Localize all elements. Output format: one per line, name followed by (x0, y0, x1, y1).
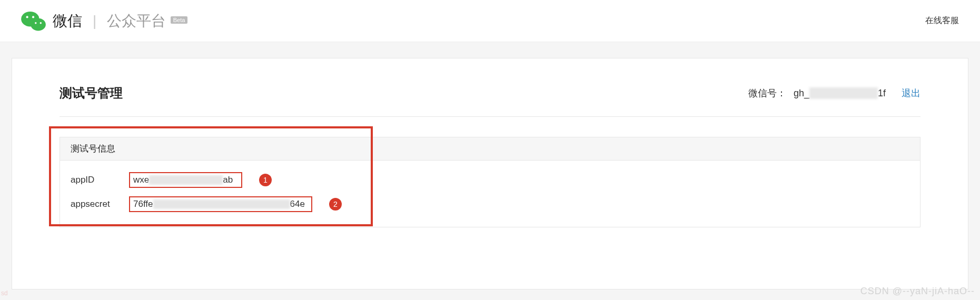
page-top-bar: 测试号管理 微信号： gh_ 1f 退出 (60, 85, 920, 117)
annotation-badge-2: 2 (329, 198, 342, 211)
logo-area: 微信 | 公众平台 Beta (21, 11, 187, 32)
info-key-appsecret: appsecret (71, 199, 121, 209)
svg-point-5 (40, 22, 42, 24)
svg-point-2 (26, 16, 28, 18)
customer-service-link[interactable]: 在线客服 (925, 15, 959, 26)
content-card: 测试号管理 微信号： gh_ 1f 退出 测试号信息 appID wxe ab (12, 58, 968, 289)
info-row-appid: appID wxe ab 1 (71, 168, 909, 192)
logout-link[interactable]: 退出 (902, 87, 920, 99)
wechat-icon (21, 11, 46, 32)
info-section-title: 测试号信息 (60, 137, 920, 161)
svg-point-4 (35, 22, 36, 24)
brand-divider: | (93, 13, 96, 29)
brand-platform-text: 公众平台 (107, 13, 166, 29)
account-id-censored (809, 87, 878, 99)
account-area: 微信号： gh_ 1f 退出 (748, 87, 920, 99)
appsecret-suffix: 64e (290, 199, 305, 209)
side-watermark: sd (1, 289, 8, 297)
account-id: gh_ 1f (794, 87, 886, 99)
account-id-suffix: 1f (878, 88, 886, 99)
info-body: appID wxe ab 1 appsecret 76ffe 64e (60, 161, 920, 227)
info-row-appsecret: appsecret 76ffe 64e 2 (71, 192, 909, 216)
info-panel: 测试号信息 appID wxe ab 1 appsecret 76ffe (60, 137, 920, 227)
appid-censored (149, 175, 223, 185)
top-header: 微信 | 公众平台 Beta 在线客服 (0, 0, 980, 42)
info-box: 测试号信息 appID wxe ab 1 appsecret 76ffe (60, 137, 920, 227)
info-val-appid: wxe ab (129, 172, 242, 188)
appsecret-prefix: 76ffe (133, 199, 153, 209)
info-key-appid: appID (71, 175, 121, 185)
brand-weixin-text: 微信 (53, 11, 82, 31)
info-val-appsecret: 76ffe 64e (129, 196, 312, 212)
beta-badge: Beta (171, 16, 188, 24)
svg-point-1 (31, 18, 46, 31)
account-label: 微信号： (748, 87, 786, 99)
svg-point-3 (32, 16, 34, 18)
page-title: 测试号管理 (60, 85, 123, 102)
account-id-prefix: gh_ (794, 88, 809, 99)
appid-suffix: ab (223, 175, 233, 185)
appid-prefix: wxe (133, 175, 149, 185)
brand-platform-wrap: 公众平台 Beta (107, 11, 187, 31)
appsecret-censored (153, 199, 290, 209)
annotation-badge-1: 1 (259, 174, 272, 186)
